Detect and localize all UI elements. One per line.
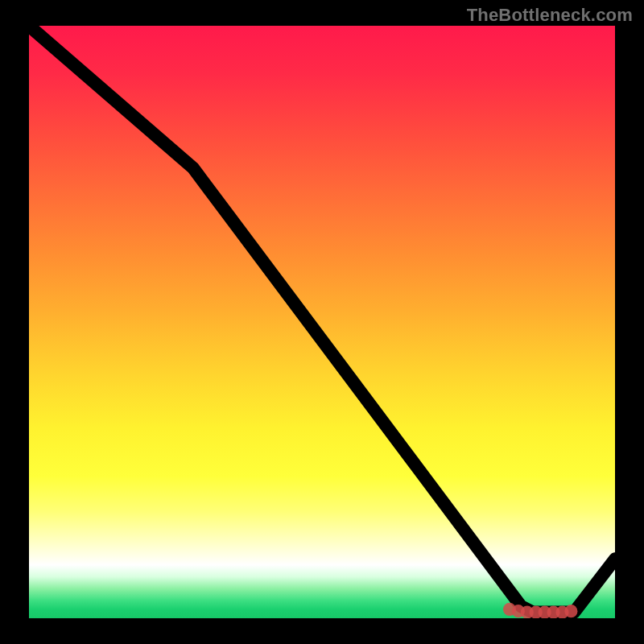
plot-area bbox=[29, 26, 615, 618]
chart-svg bbox=[29, 26, 615, 618]
marker-group bbox=[503, 603, 577, 618]
chart-frame: TheBottleneck.com bbox=[0, 0, 644, 644]
curve-line bbox=[29, 26, 615, 613]
watermark-text: TheBottleneck.com bbox=[467, 5, 633, 26]
marker-dot bbox=[564, 605, 577, 617]
